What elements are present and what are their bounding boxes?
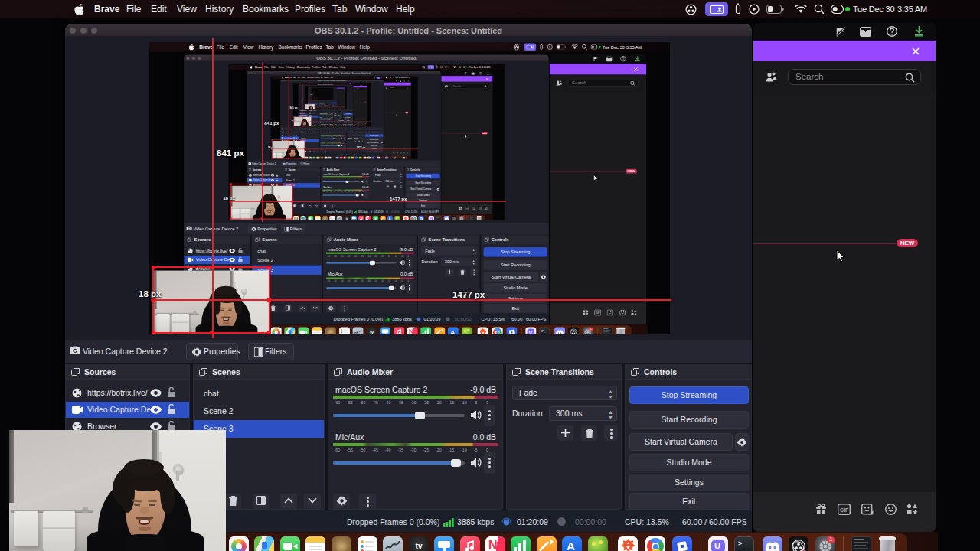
svg-text:-55: -55 [347,400,353,405]
svg-text:-30: -30 [345,191,346,192]
svg-text:-55: -55 [326,178,328,178]
svg-text:-25: -25 [334,143,335,144]
svg-text:-55: -55 [323,143,325,144]
svg-text:-45: -45 [372,448,378,452]
svg-text:-55: -55 [334,279,338,282]
svg-text:-40: -40 [328,143,330,144]
svg-text:-55: -55 [323,136,325,137]
svg-text:-30: -30 [332,143,334,144]
svg-text:-5: -5 [474,400,478,405]
svg-text:-50: -50 [340,279,344,282]
svg-text:-35: -35 [361,279,364,282]
svg-text:-55: -55 [334,254,338,257]
svg-text:-60: -60 [327,279,331,282]
svg-text:-40: -40 [354,279,358,282]
svg-text:-45: -45 [347,279,351,282]
svg-text:-20: -20 [351,191,353,192]
svg-text:-20: -20 [336,143,338,144]
svg-text:-60: -60 [321,136,322,137]
svg-text:-50: -50 [340,254,344,257]
svg-text:-10: -10 [461,448,467,452]
svg-text:-35: -35 [341,191,342,192]
svg-text:-45: -45 [334,178,335,178]
svg-text:-50: -50 [325,143,326,144]
svg-text:-40: -40 [354,254,358,257]
svg-text:-60: -60 [323,178,325,178]
svg-text:-10: -10 [394,254,398,257]
svg-text:0: 0 [486,448,488,452]
svg-text:-10: -10 [358,191,360,192]
svg-text:-10: -10 [394,279,398,282]
svg-text:-50: -50 [360,448,366,452]
svg-text:-5: -5 [474,448,478,452]
svg-text:-20: -20 [436,400,442,405]
svg-text:GIF: GIF [840,507,848,513]
svg-text:-15: -15 [355,178,357,178]
svg-text:-55: -55 [326,191,328,192]
svg-text:-60: -60 [323,191,325,192]
svg-text:-15: -15 [449,448,455,452]
svg-text:-5: -5 [362,178,364,178]
svg-text:-35: -35 [397,448,403,452]
svg-text:-25: -25 [374,254,377,257]
svg-text:-20: -20 [436,448,442,452]
svg-text:-60: -60 [335,448,341,452]
svg-text:-30: -30 [345,178,346,178]
svg-text:-50: -50 [325,136,326,137]
svg-text:-25: -25 [348,191,349,192]
svg-text:-20: -20 [381,254,384,257]
svg-text:-45: -45 [334,191,335,192]
svg-text:GIF: GIF [397,152,398,153]
svg-text:-35: -35 [397,400,403,405]
svg-text:-10: -10 [340,143,341,144]
svg-text:-25: -25 [334,136,335,137]
svg-text:-40: -40 [385,400,391,405]
svg-text:-10: -10 [340,136,341,137]
svg-text:-35: -35 [330,136,332,137]
svg-text:-10: -10 [358,178,360,178]
svg-text:-50: -50 [330,191,332,192]
svg-text:0: 0 [486,400,488,405]
svg-text:-20: -20 [381,279,384,282]
svg-text:-30: -30 [410,448,416,452]
svg-text:-15: -15 [338,136,339,137]
svg-text:-35: -35 [361,254,364,257]
svg-text:-30: -30 [368,279,371,282]
svg-text:-35: -35 [330,143,332,144]
svg-text:-40: -40 [337,191,338,192]
svg-text:-45: -45 [347,254,351,257]
svg-text:-20: -20 [336,136,338,137]
svg-text:-30: -30 [368,254,371,257]
svg-text:-15: -15 [338,143,339,144]
svg-text:-25: -25 [423,400,429,405]
svg-text:-10: -10 [461,400,467,405]
svg-text:-50: -50 [330,178,332,178]
svg-text:-35: -35 [341,178,342,178]
svg-text:-45: -45 [372,400,378,405]
svg-text:-50: -50 [360,400,366,405]
svg-text:-60: -60 [321,143,322,144]
svg-text:-15: -15 [355,191,357,192]
svg-text:-25: -25 [374,279,377,282]
svg-text:-15: -15 [387,279,391,282]
svg-text:-25: -25 [423,448,429,452]
svg-text:-60: -60 [335,400,341,405]
svg-text:-15: -15 [449,400,455,405]
svg-text:-25: -25 [348,178,349,178]
svg-text:-60: -60 [327,254,331,257]
svg-text:-40: -40 [328,136,330,137]
svg-text:-45: -45 [327,136,328,137]
svg-text:-55: -55 [347,448,353,452]
svg-text:-40: -40 [337,178,338,178]
svg-text:-30: -30 [332,136,334,137]
svg-text:-45: -45 [327,143,328,144]
svg-text:GIF: GIF [596,311,600,315]
svg-text:-5: -5 [362,191,364,192]
svg-text:-5: -5 [401,254,403,257]
svg-text:-40: -40 [385,448,391,452]
svg-text:GIF: GIF [466,207,469,209]
svg-text:-5: -5 [401,279,403,282]
svg-text:-30: -30 [410,400,416,405]
svg-text:-20: -20 [351,178,353,178]
svg-text:-15: -15 [387,254,391,257]
